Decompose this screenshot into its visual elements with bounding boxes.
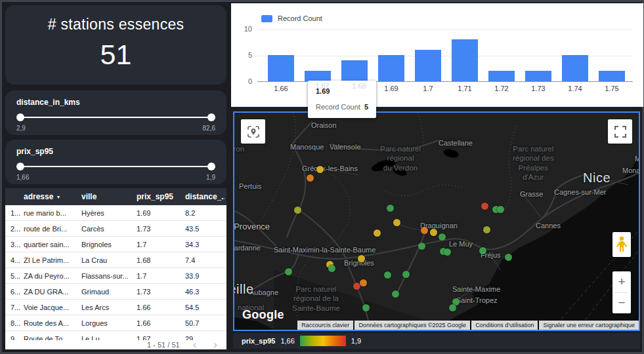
- chart-plot-area: [257, 30, 633, 82]
- table-cell: ZA du Peyro...: [24, 272, 81, 280]
- station-marker[interactable]: [505, 254, 512, 261]
- attribution-link[interactable]: Conditions d'utilisation: [471, 321, 538, 330]
- map-label: Valensole: [330, 143, 361, 151]
- chart-bar[interactable]: [488, 71, 515, 81]
- attribution-link[interactable]: Raccourcis clavier: [297, 321, 353, 330]
- chart-bar[interactable]: [525, 71, 551, 81]
- table-row[interactable]: 8...Route des A...Lorgues1.6650.7: [5, 315, 226, 331]
- map-label: Parc naturel régional du Verdon: [380, 144, 421, 172]
- station-marker[interactable]: [362, 304, 370, 311]
- station-marker[interactable]: [402, 271, 410, 278]
- chart-bar[interactable]: [415, 50, 441, 81]
- station-marker[interactable]: [316, 166, 324, 173]
- table-row[interactable]: 7...Voie Jacque...Les Arcs1.6654.5: [5, 300, 226, 315]
- slider-handle-max[interactable]: [207, 163, 215, 170]
- slider-max-value: 82,6: [203, 125, 215, 132]
- station-marker[interactable]: [387, 205, 394, 212]
- slider-handle-min[interactable]: [16, 163, 24, 170]
- station-marker[interactable]: [479, 247, 486, 254]
- range-slider[interactable]: [16, 161, 215, 172]
- station-marker[interactable]: [328, 265, 335, 272]
- table-cell: Brignoles: [81, 241, 137, 248]
- column-header-distance[interactable]: distance_...: [185, 192, 225, 201]
- station-marker[interactable]: [418, 243, 425, 250]
- zoom-out-button[interactable]: −: [612, 293, 631, 314]
- table-cell: Route des A...: [24, 319, 81, 327]
- column-header-ville[interactable]: ville: [81, 192, 137, 201]
- chart-bar[interactable]: [268, 55, 294, 81]
- table-cell: Flassans-sur...: [81, 272, 137, 280]
- range-slider[interactable]: [16, 111, 215, 123]
- filter-prix-card: prix_sp95 1,66 1,9: [5, 140, 226, 184]
- map-label: Gréoux-les-Bains: [302, 165, 358, 172]
- pegman-icon: [616, 236, 627, 253]
- table-cell: quartier sain...: [24, 241, 81, 248]
- chart-bar[interactable]: [599, 71, 625, 81]
- chart-bar[interactable]: [341, 60, 368, 81]
- station-marker[interactable]: [481, 203, 488, 210]
- table-row[interactable]: 3...quartier sain...Brignoles1.734.3: [5, 237, 226, 252]
- column-header-adresse[interactable]: adresse ▼: [24, 192, 81, 201]
- slider-min-value: 2,9: [16, 125, 26, 132]
- slider-label: prix_sp95: [16, 147, 215, 156]
- stations-map[interactable]: OraisonManosqueValensoleGréoux-les-Bains…: [233, 111, 640, 331]
- table-cell: 1.73: [137, 288, 185, 296]
- next-page-button[interactable]: ›: [213, 341, 217, 349]
- chart-legend: Record Count: [261, 14, 322, 22]
- x-axis-label: 1.71: [450, 85, 479, 92]
- table-cell: route de Bri...: [24, 225, 81, 233]
- chart-bar[interactable]: [305, 71, 331, 81]
- zoom-in-button[interactable]: +: [612, 271, 631, 292]
- table-body: 1...rue mario b...Hyères1.698.22...route…: [5, 205, 226, 340]
- station-marker[interactable]: [449, 304, 456, 311]
- map-label: Cannes: [536, 222, 561, 229]
- station-marker[interactable]: [392, 290, 399, 298]
- table-cell: 34.3: [185, 241, 225, 248]
- attribution-link[interactable]: Signaler une erreur cartographique: [539, 321, 639, 330]
- map-label: Parc naturel régional des Préalpes d'Azu…: [513, 144, 554, 182]
- map-area-select-button[interactable]: [241, 119, 265, 144]
- table-row[interactable]: 6...ZA DU GRA...Grimaud1.7346.3: [5, 284, 226, 300]
- record-count-chart: Record Count 0510 1.661.671.681.691.71.7…: [231, 3, 643, 107]
- station-marker[interactable]: [421, 227, 428, 234]
- pegman-button[interactable]: [612, 232, 631, 257]
- table-row[interactable]: 1...rue mario b...Hyères1.698.2: [5, 205, 226, 221]
- attribution-link[interactable]: Données cartographiques ©2025 Google: [354, 321, 470, 330]
- map-label: Oraison: [311, 121, 337, 129]
- slider-handle-max[interactable]: [207, 113, 215, 121]
- table-cell: 8.2: [185, 209, 225, 217]
- station-marker[interactable]: [374, 229, 381, 237]
- table-row[interactable]: 2...route de Bri...Carcès1.7343.5: [5, 221, 226, 237]
- chart-bar[interactable]: [378, 55, 404, 81]
- station-marker[interactable]: [393, 219, 400, 226]
- station-marker[interactable]: [307, 174, 314, 182]
- table-row[interactable]: 4...ZI Le Patrim...La Crau1.687.4: [5, 252, 226, 268]
- station-marker[interactable]: [497, 206, 504, 213]
- table-cell: 1.73: [137, 225, 185, 233]
- station-marker[interactable]: [384, 271, 391, 279]
- station-marker[interactable]: [483, 226, 490, 233]
- station-marker[interactable]: [360, 279, 367, 286]
- slider-handle-min[interactable]: [16, 113, 24, 121]
- table-row[interactable]: 5...ZA du Peyro...Flassans-sur...1.733.9: [5, 268, 226, 284]
- column-header-prix[interactable]: prix_sp95: [137, 192, 185, 201]
- station-marker[interactable]: [430, 229, 437, 236]
- table-cell: 33.9: [185, 272, 225, 280]
- chart-bar[interactable]: [562, 55, 588, 81]
- prev-page-button[interactable]: ‹: [193, 341, 197, 349]
- fullscreen-button[interactable]: [608, 119, 632, 144]
- map-label: Luberon: [233, 144, 244, 153]
- y-axis-label: 5: [231, 51, 252, 59]
- chart-bar[interactable]: [452, 39, 478, 81]
- station-marker[interactable]: [285, 268, 292, 275]
- table-cell: 1...: [5, 209, 24, 217]
- station-marker[interactable]: [294, 206, 301, 214]
- table-cell: ZI Le Patrim...: [24, 256, 81, 264]
- station-marker[interactable]: [358, 255, 365, 262]
- table-cell: 1.66: [137, 319, 185, 327]
- map-label: Le Muy: [449, 240, 473, 248]
- table-cell: 7...: [5, 304, 24, 311]
- station-marker[interactable]: [439, 233, 446, 241]
- station-marker[interactable]: [444, 248, 451, 256]
- legend-min: 1,66: [280, 337, 294, 345]
